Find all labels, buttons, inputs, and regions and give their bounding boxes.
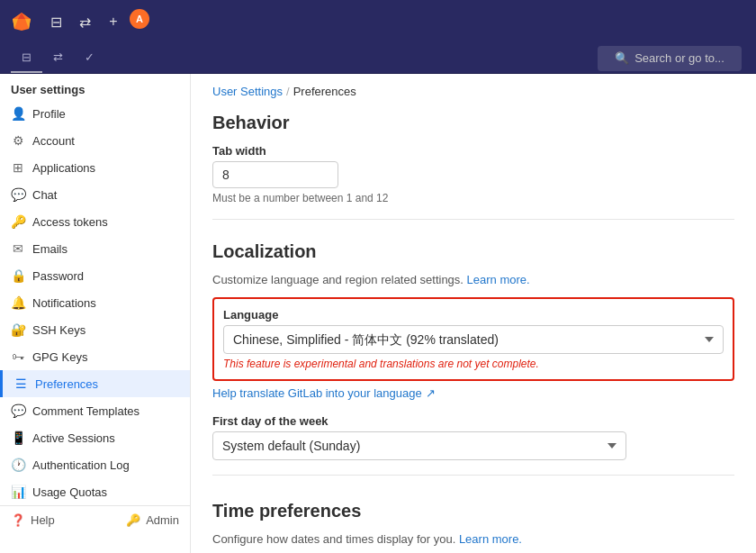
profile-avatar-icon[interactable]: A xyxy=(130,9,149,29)
localization-title: Localization xyxy=(212,234,734,262)
authentication-log-icon: 🕐 xyxy=(11,458,25,472)
first-day-label: First day of the week xyxy=(212,414,734,428)
breadcrumb-current: Preferences xyxy=(293,85,356,98)
search-placeholder: Search or go to... xyxy=(634,51,724,65)
applications-icon: ⊞ xyxy=(11,160,25,175)
localization-section: Localization Customize language and regi… xyxy=(212,234,734,460)
admin-label: Admin xyxy=(146,513,179,527)
admin-button[interactable]: 🔑 Admin xyxy=(126,513,179,527)
help-translate-link[interactable]: Help translate GitLab into your language… xyxy=(212,386,734,400)
sidebar-item-applications[interactable]: ⊞ Applications xyxy=(0,154,190,181)
main-layout: User settings 👤 Profile ⚙ Account ⊞ Appl… xyxy=(0,74,756,553)
sidebar-label-preferences: Preferences xyxy=(35,377,98,391)
app-logo[interactable] xyxy=(11,11,32,32)
help-label: Help xyxy=(31,513,55,527)
gpg-keys-icon: 🗝 xyxy=(11,349,25,364)
time-desc-text: Configure how dates and times display fo… xyxy=(212,532,455,546)
sidebar-label-authentication-log: Authentication Log xyxy=(32,458,130,472)
sidebar-item-profile[interactable]: 👤 Profile xyxy=(0,100,190,127)
external-link-icon: ↗ xyxy=(426,386,436,400)
breadcrumb-parent[interactable]: User Settings xyxy=(212,85,283,98)
merge-icon: ⇄ xyxy=(53,50,63,64)
sidebar: User settings 👤 Profile ⚙ Account ⊞ Appl… xyxy=(0,74,191,553)
tab-width-input[interactable] xyxy=(212,161,338,188)
preferences-icon: ☰ xyxy=(14,376,28,391)
sidebar-footer: ❓ Help 🔑 Admin xyxy=(0,505,190,534)
tab-panels[interactable]: ⊟ xyxy=(11,43,42,73)
top-bar: ⊟ ⇄ + A xyxy=(0,0,756,43)
behavior-title: Behavior xyxy=(212,105,734,133)
account-icon: ⚙ xyxy=(11,133,25,148)
ssh-keys-icon: 🔐 xyxy=(11,322,25,337)
sidebar-item-notifications[interactable]: 🔔 Notifications xyxy=(0,289,190,316)
tab-width-label: Tab width xyxy=(212,144,734,158)
sidebar-label-access-tokens: Access tokens xyxy=(32,215,108,229)
sidebar-item-comment-templates[interactable]: 💬 Comment Templates xyxy=(0,397,190,424)
lock-icon: 🔑 xyxy=(126,513,140,527)
sidebar-item-ssh-keys[interactable]: 🔐 SSH Keys xyxy=(0,316,190,343)
profile-icon: 👤 xyxy=(11,106,25,121)
language-field-box: Language Chinese, Simplified - 简体中文 (92%… xyxy=(212,297,734,381)
week-select[interactable]: System default (Sunday) Monday Saturday … xyxy=(212,431,626,460)
usage-quotas-icon: 📊 xyxy=(11,485,25,499)
help-button[interactable]: ❓ Help xyxy=(11,513,55,527)
sidebar-toggle-icon[interactable]: ⊟ xyxy=(43,9,68,34)
sidebar-item-chat[interactable]: 💬 Chat xyxy=(0,181,190,208)
create-new-icon[interactable]: + xyxy=(101,9,126,34)
sidebar-label-ssh-keys: SSH Keys xyxy=(32,323,86,337)
access-tokens-icon: 🔑 xyxy=(11,214,25,229)
sidebar-label-applications: Applications xyxy=(32,161,95,175)
sidebar-label-account: Account xyxy=(32,134,75,148)
tab-row: ⊟ ⇄ ✓ 🔍 Search or go to... xyxy=(0,43,756,74)
search-go-btn[interactable]: 🔍 Search or go to... xyxy=(598,46,742,71)
sidebar-item-authentication-log[interactable]: 🕐 Authentication Log xyxy=(0,451,190,478)
time-preferences-section: Time preferences Configure how dates and… xyxy=(212,494,734,553)
sidebar-label-notifications: Notifications xyxy=(32,296,96,310)
language-select-wrapper: Chinese, Simplified - 简体中文 (92% translat… xyxy=(223,325,724,354)
notifications-icon: 🔔 xyxy=(11,295,25,310)
sidebar-section-label: User settings xyxy=(0,74,190,100)
breadcrumb: User Settings / Preferences xyxy=(212,74,734,105)
tab-width-field: Tab width Must be a number between 1 and… xyxy=(212,144,734,204)
search-icon: 🔍 xyxy=(615,51,629,65)
tab-merge[interactable]: ⇄ xyxy=(42,43,74,73)
comment-templates-icon: 💬 xyxy=(11,403,25,418)
localization-desc: Customize language and region related se… xyxy=(212,273,734,286)
tab-check[interactable]: ✓ xyxy=(74,43,105,73)
sidebar-item-active-sessions[interactable]: 📱 Active Sessions xyxy=(0,424,190,451)
sidebar-item-usage-quotas[interactable]: 📊 Usage Quotas xyxy=(0,478,190,505)
sidebar-item-access-tokens[interactable]: 🔑 Access tokens xyxy=(0,208,190,235)
localization-desc-text: Customize language and region related se… xyxy=(212,273,464,286)
breadcrumb-separator: / xyxy=(286,85,290,98)
password-icon: 🔒 xyxy=(11,268,25,283)
check-icon: ✓ xyxy=(85,50,94,64)
sidebar-label-gpg-keys: GPG Keys xyxy=(32,350,87,364)
sidebar-item-password[interactable]: 🔒 Password xyxy=(0,262,190,289)
localization-learn-more[interactable]: Learn more. xyxy=(467,273,530,286)
sidebar-item-gpg-keys[interactable]: 🗝 GPG Keys xyxy=(0,343,190,370)
divider-2 xyxy=(212,475,734,476)
time-learn-more[interactable]: Learn more. xyxy=(459,532,522,546)
experimental-text: This feature is experimental and transla… xyxy=(223,358,724,370)
sidebar-item-emails[interactable]: ✉ Emails xyxy=(0,235,190,262)
emails-icon: ✉ xyxy=(11,241,25,256)
divider-1 xyxy=(212,219,734,220)
sidebar-label-emails: Emails xyxy=(32,242,68,256)
merge-request-icon[interactable]: ⇄ xyxy=(72,9,97,34)
sidebar-label-chat: Chat xyxy=(32,188,57,202)
language-label: Language xyxy=(223,308,724,322)
tab-width-hint: Must be a number between 1 and 12 xyxy=(212,192,734,204)
language-select[interactable]: Chinese, Simplified - 简体中文 (92% translat… xyxy=(223,325,724,354)
sidebar-label-profile: Profile xyxy=(32,107,66,121)
week-select-wrapper: System default (Sunday) Monday Saturday … xyxy=(212,431,734,460)
time-desc: Configure how dates and times display fo… xyxy=(212,532,734,546)
sidebar-label-usage-quotas: Usage Quotas xyxy=(32,485,107,499)
sidebar-label-active-sessions: Active Sessions xyxy=(32,431,115,445)
sidebar-item-account[interactable]: ⚙ Account xyxy=(0,127,190,154)
help-translate-text: Help translate GitLab into your language xyxy=(212,386,422,400)
chat-icon: 💬 xyxy=(11,187,25,202)
sidebar-label-comment-templates: Comment Templates xyxy=(32,404,140,418)
first-day-field: First day of the week System default (Su… xyxy=(212,414,734,460)
topbar-icons: ⊟ ⇄ + A xyxy=(43,9,149,34)
sidebar-item-preferences[interactable]: ☰ Preferences xyxy=(0,370,190,397)
